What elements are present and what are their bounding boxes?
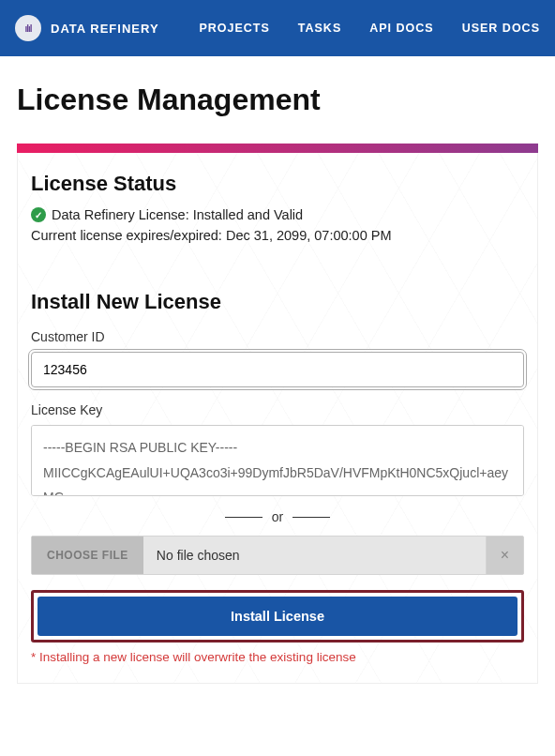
clear-file-button[interactable]: × bbox=[486, 537, 523, 574]
customer-id-label: Customer ID bbox=[31, 329, 524, 344]
or-divider: or bbox=[31, 509, 524, 524]
install-button-highlight: Install License bbox=[31, 590, 524, 643]
choose-file-button[interactable]: CHOOSE FILE bbox=[32, 537, 143, 574]
license-key-textarea[interactable]: -----BEGIN RSA PUBLIC KEY----- MIICCgKCA… bbox=[31, 425, 524, 496]
brand[interactable]: ılıl DATA REFINERY bbox=[15, 15, 159, 41]
license-status-row: ✓ Data Refinery License: Installed and V… bbox=[31, 207, 524, 222]
page-title: License Management bbox=[17, 83, 538, 117]
license-expires-row: Current license expires/expired: Dec 31,… bbox=[31, 228, 524, 243]
install-license-button[interactable]: Install License bbox=[38, 597, 518, 636]
nav-link-tasks[interactable]: TASKS bbox=[298, 22, 341, 35]
close-icon: × bbox=[501, 547, 509, 563]
nav-link-projects[interactable]: PROJECTS bbox=[199, 22, 269, 35]
customer-id-input[interactable] bbox=[31, 352, 524, 387]
expires-label: Current license expires/expired: bbox=[31, 228, 222, 243]
check-circle-icon: ✓ bbox=[31, 207, 46, 222]
brand-text: DATA REFINERY bbox=[51, 22, 159, 36]
top-navbar: ılıl DATA REFINERY PROJECTS TASKS API DO… bbox=[0, 0, 555, 56]
license-status-text: Data Refinery License: Installed and Val… bbox=[52, 207, 303, 222]
file-picker-row: CHOOSE FILE No file chosen × bbox=[31, 536, 524, 575]
divider-line-right bbox=[292, 517, 330, 518]
nav-link-user-docs[interactable]: USER DOCS bbox=[462, 22, 540, 35]
page-body: License Management License Status ✓ Data… bbox=[0, 56, 555, 684]
install-warning-text: * Installing a new license will overwrit… bbox=[31, 650, 524, 664]
expires-value: Dec 31, 2099, 07:00:00 PM bbox=[226, 228, 392, 243]
card-gradient-bar bbox=[17, 144, 538, 153]
nav-link-api-docs[interactable]: API DOCS bbox=[369, 22, 433, 35]
license-card: License Status ✓ Data Refinery License: … bbox=[17, 153, 538, 684]
license-key-label: License Key bbox=[31, 402, 524, 417]
file-name-display: No file chosen bbox=[143, 537, 486, 574]
nav-links: PROJECTS TASKS API DOCS USER DOCS bbox=[186, 22, 540, 35]
or-label: or bbox=[272, 509, 283, 524]
divider-line-left bbox=[225, 517, 262, 518]
brand-logo-icon: ılıl bbox=[15, 15, 41, 41]
license-status-heading: License Status bbox=[31, 172, 524, 196]
install-license-heading: Install New License bbox=[31, 290, 524, 314]
